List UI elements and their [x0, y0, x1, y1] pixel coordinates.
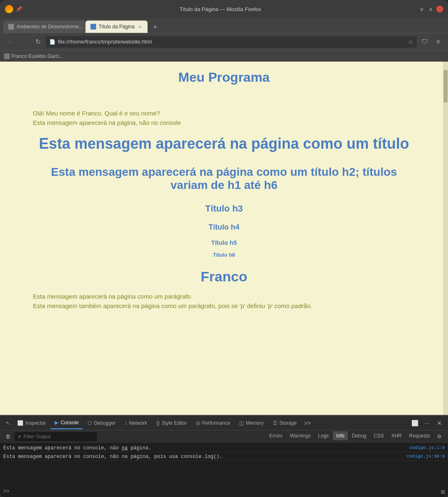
page-franco-heading: Franco	[33, 269, 415, 285]
bookmark-label: Franco Eusébio Garci...	[12, 53, 63, 59]
filter-icon: ▼	[17, 434, 22, 439]
devtools-tab-debugger[interactable]: ⬡ Debugger	[83, 417, 120, 429]
address-bar[interactable]: 📄 file:///home/franco/tmp/site/website.h…	[46, 36, 417, 48]
console-chevron-icon: >>	[3, 489, 9, 495]
performance-icon: ◎	[196, 420, 200, 426]
bookmark-franco[interactable]: Franco Eusébio Garci...	[4, 53, 63, 59]
tab-favicon-titulo	[90, 24, 96, 30]
filter-debug-button[interactable]: Debug	[349, 431, 369, 440]
devtools-more-button[interactable]: >>	[302, 420, 313, 426]
devtools-tab-storage[interactable]: ☰ Storage	[269, 417, 301, 429]
style-editor-icon: {}	[156, 420, 159, 426]
new-tab-button[interactable]: +	[149, 21, 161, 33]
devtools-inspect-icon[interactable]: ↖	[3, 417, 12, 429]
scrollbar-thumb[interactable]	[443, 70, 448, 103]
inspect-icon: ↖	[6, 420, 10, 426]
memory-label: Memory	[246, 420, 263, 426]
debugger-icon: ⬡	[88, 420, 92, 426]
page-paragraph-2: Esta mensagem também aparecerá na página…	[33, 302, 415, 309]
tab-ambientes[interactable]: Ambientes de Desenvolvime... ✕	[3, 21, 85, 33]
devtools-tab-style-editor[interactable]: {} Style Editor	[152, 417, 191, 429]
console-icon: ▶	[55, 420, 58, 426]
chevron-down-icon[interactable]: ∨	[418, 6, 425, 12]
filter-xhr-button[interactable]: XHR	[388, 431, 405, 440]
menu-icon[interactable]: ≡	[432, 36, 444, 48]
filter-logs-button[interactable]: Logs	[315, 431, 332, 440]
console-line-2-ref[interactable]: codigo.js:30:9	[407, 454, 445, 459]
devtools-panel: ↖ ⬜ Inspector ▶ Console ⬡ Debugger ↕ Net…	[0, 415, 448, 497]
filter-css-button[interactable]: CSS	[370, 431, 387, 440]
filter-requests-button[interactable]: Requests	[406, 431, 433, 440]
window-title: Título da Página — Mozilla Firefox	[25, 6, 415, 12]
lock-icon: 📄	[49, 39, 55, 45]
close-window-button[interactable]: ✕	[436, 6, 443, 12]
page-heading-5: Título h5	[33, 239, 415, 246]
filter-input-wrap[interactable]: ▼	[15, 432, 97, 441]
page-heading-1: Meu Programa	[33, 70, 415, 85]
devtools-tab-inspector[interactable]: ⬜ Inspector	[13, 417, 50, 429]
page-heading-large: Esta mensagem aparecerá na página como u…	[33, 135, 415, 152]
filter-info-button[interactable]: Info	[333, 431, 348, 440]
console-bottom-right: ⧉	[441, 488, 445, 495]
page-text-2: Esta mensagem aparecerá na página, não n…	[33, 119, 415, 126]
console-line-1: Esta mensagem aparecerá no console, não …	[3, 444, 445, 452]
console-line-1-ref[interactable]: codigo.js:1:9	[409, 445, 445, 450]
tab-titulo[interactable]: Título da Página ✕	[85, 21, 148, 33]
console-clear-button[interactable]: 🗑	[3, 432, 12, 441]
performance-label: Performance	[202, 420, 231, 426]
page-heading-6: Título h6	[33, 252, 415, 258]
page-scrollbar[interactable]	[443, 62, 448, 415]
bookmark-star-icon[interactable]: ☆	[408, 39, 413, 45]
inspector-icon: ⬜	[17, 420, 23, 426]
browser-window: 📌 Título da Página — Mozilla Firefox ∨ ∧…	[0, 0, 448, 497]
back-button[interactable]: ←	[4, 36, 16, 48]
highlight-na: na	[122, 445, 127, 451]
pin-icon: 📌	[16, 6, 22, 12]
filter-errors-button[interactable]: Errors	[266, 431, 286, 440]
devtools-tab-memory[interactable]: ◫ Memory	[235, 417, 268, 429]
page-heading-2: Esta mensagem aparecerá na página como u…	[33, 166, 415, 192]
devtools-ellipsis-button[interactable]: ···	[422, 418, 432, 428]
page-heading-3: Título h3	[33, 203, 415, 214]
devtools-close-button[interactable]: ✕	[434, 418, 445, 428]
storage-icon: ☰	[273, 420, 277, 426]
nav-bar: ← → ↻ 📄 file:///home/franco/tmp/site/web…	[0, 33, 448, 50]
window-controls: ∨ ∧ ✕	[418, 6, 443, 12]
devtools-tab-console[interactable]: ▶ Console	[51, 417, 83, 429]
shield-icon[interactable]: 🛡	[419, 36, 431, 48]
firefox-icon	[5, 5, 13, 13]
filter-input[interactable]	[23, 434, 95, 439]
page-paragraph-1: Esta mensagem aparecerá na página como u…	[33, 293, 415, 300]
tab-close-titulo[interactable]: ✕	[137, 24, 143, 30]
console-filter-bar: 🗑 ▼ Errors Warnings Logs Info Debug CSS …	[0, 430, 448, 443]
console-sidebar-toggle[interactable]: ⧉	[441, 489, 445, 495]
inspector-label: Inspector	[25, 420, 46, 426]
console-settings-button[interactable]: ⚙	[434, 431, 445, 442]
devtools-tab-network[interactable]: ↕ Network	[120, 417, 151, 429]
page-content: Meu Programa Olá! Meu nome é Franco. Qua…	[0, 62, 448, 415]
browser-icons: 📌	[5, 5, 22, 13]
console-line-2-text: Esta mensagem aparecerá no console, não …	[3, 454, 404, 460]
devtools-dock-button[interactable]: ⬜	[409, 418, 420, 428]
devtools-action-buttons: ⬜ ··· ✕	[409, 418, 445, 428]
tab-label-ambientes: Ambientes de Desenvolvime...	[16, 24, 83, 30]
chevron-up-icon[interactable]: ∧	[427, 6, 434, 12]
style-editor-label: Style Editor	[162, 420, 187, 426]
page-inner: Meu Programa Olá! Meu nome é Franco. Qua…	[0, 62, 448, 415]
console-line-2: Esta mensagem aparecerá no console, não …	[3, 453, 445, 461]
reload-button[interactable]: ↻	[32, 36, 44, 48]
storage-label: Storage	[279, 420, 297, 426]
nav-right-icons: 🛡 ≡	[419, 36, 444, 48]
tab-bar: Ambientes de Desenvolvime... ✕ Título da…	[0, 18, 448, 33]
forward-button[interactable]: →	[18, 36, 30, 48]
console-prompt[interactable]: >> ⧉	[0, 486, 448, 497]
address-text: file:///home/franco/tmp/site/website.htm…	[58, 39, 406, 45]
bookmarks-bar: Franco Eusébio Garci...	[0, 50, 448, 62]
devtools-toolbar: ↖ ⬜ Inspector ▶ Console ⬡ Debugger ↕ Net…	[0, 416, 448, 430]
debugger-label: Debugger	[94, 420, 115, 426]
devtools-tab-performance[interactable]: ◎ Performance	[192, 417, 235, 429]
network-label: Network	[129, 420, 147, 426]
console-filter-buttons: Errors Warnings Logs Info Debug CSS XHR …	[266, 431, 445, 442]
console-label: Console	[60, 420, 79, 426]
filter-warnings-button[interactable]: Warnings	[287, 431, 314, 440]
